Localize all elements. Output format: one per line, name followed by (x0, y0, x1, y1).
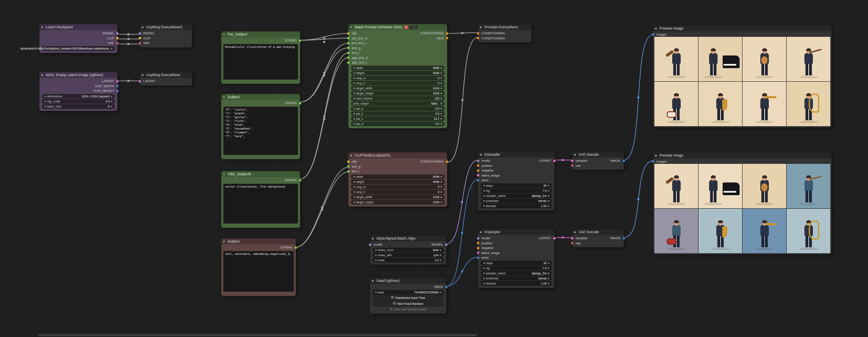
preview-tile-drums[interactable] (654, 82, 698, 126)
collapse-dot-icon[interactable] (372, 238, 374, 240)
output-slot-vae[interactable] (116, 42, 119, 44)
preview-tile-harp[interactable] (787, 209, 830, 253)
collapse-dot-icon[interactable] (655, 28, 657, 30)
output-slot-latent[interactable] (553, 160, 556, 162)
input-slot-latent-image[interactable] (477, 251, 479, 254)
collapse-dot-icon[interactable] (223, 33, 225, 36)
toggle-knob-icon[interactable] (440, 102, 442, 105)
input-slot-images[interactable] (652, 33, 654, 36)
print-output-toggle[interactable]: print_outputfalse (351, 101, 445, 106)
input-slot-model[interactable] (369, 243, 371, 246)
clip-scale-widget[interactable]: ◀clip_scale2.0▶ (42, 99, 115, 104)
preview-tile-guitar[interactable] (743, 164, 786, 208)
input-slot-samples[interactable] (571, 160, 573, 162)
preview-tile-flute[interactable] (787, 37, 830, 81)
collapse-dot-icon[interactable] (655, 155, 657, 157)
collapse-dot-icon[interactable] (574, 154, 576, 156)
pw-a-widget[interactable]: ◀pw_a0.0▶ (351, 106, 445, 111)
output-slot-clip-height[interactable] (116, 90, 119, 92)
input-slot-clip[interactable] (139, 37, 141, 39)
node-title-bar[interactable]: After_Subjects (221, 171, 300, 177)
output-slot-image[interactable] (623, 237, 625, 240)
input-slot-app-text-l[interactable] (347, 61, 350, 64)
collapse-dot-icon[interactable] (142, 26, 144, 28)
input-slot-clip[interactable] (347, 32, 350, 35)
input-slot-text-l[interactable] (347, 52, 350, 54)
collapse-dot-icon[interactable] (350, 155, 352, 157)
steps-widget[interactable]: ◀steps30▶ (481, 183, 552, 188)
text-widget[interactable]: text, watermark, embedding:negativeXL_D, (223, 251, 294, 292)
combo-arrow-icon[interactable]: ▶ (111, 47, 113, 50)
target-height-widget[interactable]: ◀target_height1024▶ (351, 200, 445, 204)
text-widget[interactable]: vector illustration, flat background (223, 184, 298, 224)
input-slot-model[interactable] (139, 32, 141, 35)
input-slot-pre-text-g[interactable] (347, 37, 350, 39)
preview-tile-trumpet[interactable] (743, 209, 786, 253)
preview-tile-violin[interactable] (654, 164, 698, 208)
scheduler-widget[interactable]: ◀schedulerkarras▶ (481, 199, 552, 203)
collapse-dot-icon[interactable] (142, 74, 144, 76)
output-slot-string[interactable] (299, 39, 301, 42)
output-slot-string[interactable] (299, 102, 301, 105)
output-slot-clip-width[interactable] (116, 85, 119, 87)
node-title-bar[interactable]: StyleAligned Batch Align (370, 235, 446, 241)
input-slot-negative[interactable] (477, 169, 479, 172)
output-slot-model[interactable] (116, 32, 119, 35)
input-slot-positive[interactable] (477, 242, 479, 244)
target-width-widget[interactable]: ◀target_width1024▶ (351, 195, 445, 199)
cfg-widget[interactable]: ◀cfg7.0▶ (481, 266, 552, 271)
node-title-bar[interactable]: Prompts Everywhere (478, 24, 531, 30)
output-slot-conditioning[interactable] (446, 32, 448, 35)
output-slot-string[interactable] (295, 246, 297, 249)
preview-tile-piano[interactable] (698, 164, 742, 208)
output-slot-latent[interactable] (116, 80, 119, 83)
cfg-widget[interactable]: ◀cfg7.0▶ (481, 188, 552, 193)
share-attn-widget[interactable]: ◀share_attnq+k▶ (373, 253, 444, 257)
height-widget[interactable]: ◀height4096▶ (351, 180, 445, 184)
input-slot-vae[interactable] (571, 242, 573, 244)
height-widget[interactable]: ◀height4096▶ (351, 71, 445, 75)
randomize-each-time-button[interactable]: ⚂Randomize Each Time (373, 295, 444, 301)
text-widget[interactable]: "0": "violin", "1": "piano", "2": "guita… (223, 107, 298, 155)
node-title-bar[interactable]: Preview Image (653, 152, 832, 158)
crop-h-widget[interactable]: ◀crop_h0▶ (351, 81, 445, 86)
ckpt-name-widget[interactable]: dynavisionXLAllInOneStylized_releaseV061… (42, 46, 115, 51)
collapse-dot-icon[interactable] (350, 26, 352, 28)
node-title-bar[interactable]: Anything Everywhere (140, 72, 192, 78)
dimensions-widget[interactable]: ◀dimensions1024 x 1024 (square)▶ (42, 94, 115, 99)
use-last-queued-seed-button[interactable]: ♻(Use Last Queued Seed) (373, 307, 444, 312)
node-graph-canvas[interactable]: Load Checkpoint MODEL CLIP VAE dynavisio… (0, 0, 868, 337)
seed-value-widget[interactable]: ◀seed792466021525666▶ (373, 290, 444, 295)
preview-tile-drums[interactable] (654, 209, 698, 253)
target-width-widget[interactable]: ◀target_width1024▶ (351, 86, 445, 91)
collapse-dot-icon[interactable] (574, 231, 576, 233)
collapse-dot-icon[interactable] (41, 74, 43, 76)
input-slot-text-g[interactable] (347, 165, 350, 168)
sampler-name-widget[interactable]: ◀sampler_namedpmpp_2m▶ (481, 271, 552, 276)
node-title-bar[interactable]: SDXL Empty Latent Image (rgthree) (39, 72, 117, 78)
preview-tile-trumpet[interactable] (743, 82, 786, 126)
pw-c-widget[interactable]: ◀pw_c14.7▶ (351, 116, 445, 121)
input-slot-model[interactable] (477, 237, 479, 240)
preview-tile-flute[interactable] (787, 164, 830, 208)
node-title-bar[interactable]: Subject (221, 238, 296, 244)
collapse-dot-icon[interactable] (480, 154, 482, 156)
input-slot-samples[interactable] (571, 237, 573, 240)
pw-b-widget[interactable]: ◀pw_b0.0▶ (351, 111, 445, 116)
input-slot-negative[interactable] (477, 247, 479, 249)
node-title-bar[interactable]: Pre_Subject (221, 31, 300, 37)
output-slot-conditioning[interactable] (446, 160, 448, 163)
input-slot-model[interactable] (477, 160, 479, 162)
preview-tile-piano[interactable] (698, 37, 742, 81)
output-slot-seed[interactable] (445, 286, 448, 288)
input-slot-negative-conditioning[interactable] (477, 37, 479, 39)
node-title-bar[interactable]: Subject (221, 94, 300, 100)
node-title-bar[interactable]: KSampler (478, 229, 554, 235)
input-slot-text-g[interactable] (347, 47, 350, 49)
input-slot-pre-text-l[interactable] (347, 42, 350, 44)
node-title-bar[interactable]: CLIPTextEncodeSDXL (348, 152, 447, 158)
preview-tile-saxophone[interactable] (698, 209, 742, 253)
output-slot-image[interactable] (623, 160, 625, 162)
node-title-bar[interactable]: Anything Everywhere3 (140, 24, 192, 30)
collapse-dot-icon[interactable] (223, 173, 225, 175)
